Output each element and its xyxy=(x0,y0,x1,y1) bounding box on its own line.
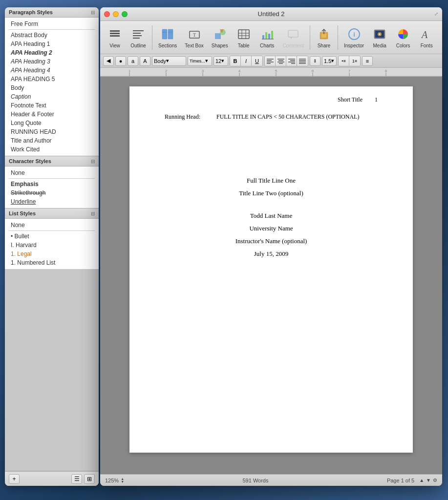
media-button[interactable]: Media xyxy=(369,24,390,50)
list-style-numbered[interactable]: 1. Numbered List xyxy=(5,258,99,267)
resize-icon[interactable]: ⤢ xyxy=(434,11,438,17)
underline-button[interactable]: U xyxy=(252,56,262,66)
style-body[interactable]: Body xyxy=(5,83,99,92)
fonts-label: Fonts xyxy=(421,43,433,48)
char-style-underline[interactable]: Underline xyxy=(5,197,99,206)
align-left-button[interactable] xyxy=(265,56,276,66)
comment-button[interactable]: Comment xyxy=(280,24,307,50)
svg-rect-5 xyxy=(133,35,142,36)
share-button[interactable]: Share xyxy=(313,24,335,50)
align-justify-button[interactable] xyxy=(297,56,308,66)
char-style-none[interactable]: None xyxy=(5,168,99,177)
char-style-strikethrough[interactable]: Strikethrough xyxy=(5,188,99,197)
style-apa-heading-1[interactable]: APA Heading 1 xyxy=(5,40,99,48)
align-center-button[interactable] xyxy=(276,56,286,66)
list-styles-divider xyxy=(9,230,95,231)
sections-button[interactable]: Sections xyxy=(155,24,180,50)
style-apa-heading-2[interactable]: APA Heading 2 xyxy=(5,48,99,57)
next-page-button[interactable]: ▼ xyxy=(426,478,431,483)
italic-button[interactable]: I xyxy=(241,56,252,66)
char-style-emphasis[interactable]: Emphasis xyxy=(5,180,99,188)
bold-button[interactable]: B xyxy=(230,56,241,66)
outline-button[interactable]: Outline xyxy=(128,24,149,50)
maximize-button[interactable] xyxy=(122,11,128,17)
page-content: Full Title Line One Title Line Two (opti… xyxy=(165,174,378,260)
panel-footer: + ☰ ⊞ xyxy=(5,471,99,486)
svg-text:T: T xyxy=(192,32,195,38)
style-caption[interactable]: Caption xyxy=(5,92,99,101)
style-title-author[interactable]: Title and Author xyxy=(5,136,99,145)
inspector-button[interactable]: i Inspector xyxy=(341,24,367,50)
shapes-button[interactable]: Shapes xyxy=(209,24,231,50)
list-styles-header: List Styles ⊟ xyxy=(5,208,99,219)
style-apa-heading-3[interactable]: APA Heading 3 xyxy=(5,57,99,66)
paragraph-style-select[interactable]: Body▾ xyxy=(152,56,186,66)
text-size-down[interactable]: a xyxy=(128,56,138,66)
list-view-button[interactable]: ☰ xyxy=(71,474,82,484)
list-style-bullet[interactable]: • Bullet xyxy=(5,232,99,241)
page-header: Short Title 1 xyxy=(165,96,378,104)
settings-button[interactable]: ⚙ xyxy=(433,478,437,483)
zoom-arrows[interactable]: ▲ ▼ xyxy=(121,478,124,483)
close-button[interactable] xyxy=(104,11,110,17)
style-work-cited[interactable]: Work Cited xyxy=(5,145,99,154)
svg-rect-13 xyxy=(215,33,221,39)
style-long-quote[interactable]: Long Quote xyxy=(5,119,99,127)
grid-view-button[interactable]: ⊞ xyxy=(84,474,95,484)
line-spacing-button[interactable]: ⇕ xyxy=(310,56,320,66)
font-size-select[interactable]: 12▾ xyxy=(213,56,228,66)
number-list-button[interactable]: 1≡ xyxy=(349,56,360,66)
back-button[interactable]: ◀ xyxy=(103,56,114,66)
add-style-button[interactable]: + xyxy=(9,474,20,484)
style-footnote-text[interactable]: Footnote Text xyxy=(5,101,99,110)
window-title: Untitled 2 xyxy=(258,10,285,18)
spacing-select[interactable]: 1.5▾ xyxy=(322,56,337,66)
author-name: Todd Last Name xyxy=(165,209,378,222)
colors-button[interactable]: Colors xyxy=(392,24,414,50)
inspector-label: Inspector xyxy=(344,43,364,48)
charts-button[interactable]: Charts xyxy=(256,24,278,50)
minimize-button[interactable] xyxy=(113,11,119,17)
view-button[interactable]: View xyxy=(104,24,126,50)
running-head: Running Head: FULL TITLE IN CAPS < 50 CH… xyxy=(165,113,378,121)
charts-label: Charts xyxy=(260,43,274,48)
list-style-none[interactable]: None xyxy=(5,221,99,229)
list-style-harvard[interactable]: I. Harvard xyxy=(5,241,99,250)
toolbar-sep-2 xyxy=(310,25,310,50)
style-abstract-body[interactable]: Abstract Body xyxy=(5,31,99,40)
forward-button[interactable]: ● xyxy=(115,56,126,66)
paragraph-styles-list: Free Form Abstract Body APA Heading 1 AP… xyxy=(5,18,99,156)
outline-label: Outline xyxy=(130,43,146,48)
text-style-group: B I U xyxy=(230,56,263,66)
table-label: Table xyxy=(238,43,250,48)
more-options-button[interactable]: ≡ xyxy=(362,56,373,66)
svg-rect-2 xyxy=(110,35,120,37)
zoom-control[interactable]: 125% ▲ ▼ xyxy=(105,478,124,483)
style-apa-heading-4[interactable]: APA Heading 4 xyxy=(5,66,99,75)
paragraph-styles-title: Paragraph Styles xyxy=(9,9,53,15)
style-running-head[interactable]: RUNNING HEAD xyxy=(5,127,99,136)
style-free-form[interactable]: Free Form xyxy=(5,20,99,28)
table-button[interactable]: Table xyxy=(233,24,255,50)
document-area[interactable]: Short Title 1 Running Head: FULL TITLE I… xyxy=(100,77,442,474)
style-header-footer[interactable]: Header & Footer xyxy=(5,110,99,119)
share-label: Share xyxy=(318,43,331,48)
svg-rect-29 xyxy=(321,34,326,38)
list-styles-list: None • Bullet I. Harvard 1. Legal 1. Num… xyxy=(5,219,99,269)
list-style-legal[interactable]: 1. Legal xyxy=(5,250,99,258)
running-head-text: FULL TITLE IN CAPS < 50 CHARACTERS (OPTI… xyxy=(216,113,359,120)
style-apa-heading-5[interactable]: APA HEADING 5 xyxy=(5,75,99,83)
font-select[interactable]: Times...▾ xyxy=(188,56,212,66)
comment-label: Comment xyxy=(283,43,304,48)
svg-rect-16 xyxy=(238,30,249,39)
prev-page-button[interactable]: ▲ xyxy=(419,478,424,483)
ruler: 1 2 3 4 5 6 7 8 xyxy=(100,68,442,77)
paragraph-styles-section: Paragraph Styles ⊟ Free Form Abstract Bo… xyxy=(5,7,99,156)
textbox-button[interactable]: T Text Box xyxy=(182,24,206,50)
format-bar: ◀ ● a A Body▾ Times...▾ 12▾ B I U xyxy=(100,54,442,68)
align-right-button[interactable] xyxy=(286,56,297,66)
university-name: University Name xyxy=(165,222,378,235)
text-size-up[interactable]: A xyxy=(140,56,150,66)
fonts-button[interactable]: A Fonts xyxy=(416,24,437,50)
bullet-list-button[interactable]: •≡ xyxy=(339,56,349,66)
